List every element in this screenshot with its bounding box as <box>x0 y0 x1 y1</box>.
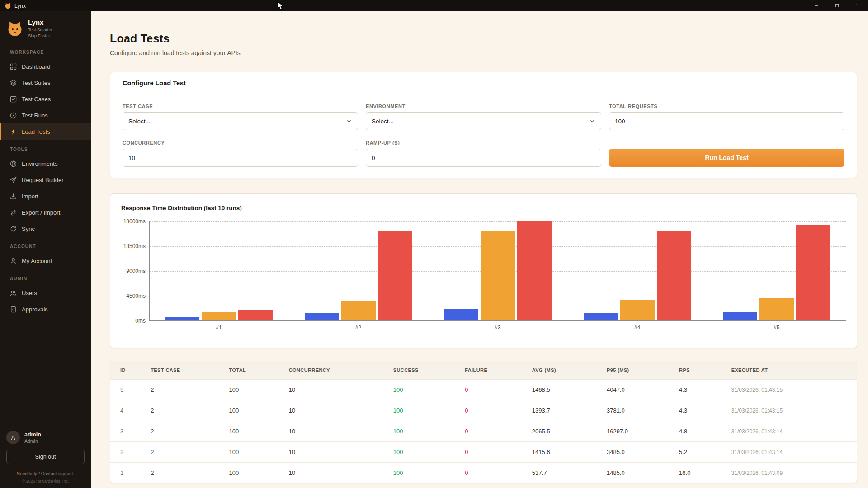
sidebar-item-label: Export / Import <box>22 209 60 216</box>
sidebar-item-label: Sync <box>22 225 35 232</box>
cell-test_case: 2 <box>146 400 224 421</box>
sidebar-item-dashboard[interactable]: Dashboard <box>0 58 91 75</box>
cell-executed: 31/03/2026, 01:43:14 <box>727 442 857 463</box>
avatar: A <box>6 431 20 444</box>
sidebar-item-export-import[interactable]: Export / Import <box>0 204 91 221</box>
globe-icon <box>10 160 17 167</box>
users-icon <box>10 290 17 296</box>
column-header: FAILURE <box>460 361 528 380</box>
cell-rps: 4.3 <box>675 380 727 400</box>
column-header: SUCCESS <box>389 361 460 380</box>
brand-tagline-1: Test Smarter. <box>28 27 53 32</box>
sidebar-item-label: Load Tests <box>22 128 50 135</box>
bar-p95-run-1 <box>202 312 236 320</box>
table-row[interactable]: 221001010001415.63485.05.231/03/2026, 01… <box>110 442 857 463</box>
environment-label: ENVIRONMENT <box>366 103 601 109</box>
bar-avg-run-3 <box>444 309 478 320</box>
close-button[interactable] <box>847 0 868 11</box>
layers-icon <box>10 80 17 86</box>
concurrency-input[interactable] <box>123 149 358 167</box>
cell-executed: 31/03/2026, 01:43:14 <box>727 421 857 442</box>
cell-success: 100 <box>389 421 460 442</box>
column-header: ID <box>110 361 146 380</box>
app-title: Lynx <box>14 3 26 9</box>
x-tick-label: #2 <box>305 324 412 331</box>
rampup-input[interactable] <box>366 149 601 167</box>
cell-executed: 31/03/2026, 01:43:15 <box>727 400 857 421</box>
bolt-icon <box>10 128 17 135</box>
test-case-select[interactable]: Select... <box>123 112 358 130</box>
check-square-icon <box>10 96 17 103</box>
bar-p95-run-3 <box>481 231 515 320</box>
bar-avg-run-4 <box>584 313 618 320</box>
column-header: RPS <box>675 361 727 380</box>
chevron-down-icon <box>346 118 352 124</box>
cell-failure: 0 <box>460 380 528 400</box>
results-table: IDTEST CASETOTALCONCURRENCYSUCCESSFAILUR… <box>110 361 857 483</box>
total-requests-input[interactable] <box>609 112 844 130</box>
table-row[interactable]: 12100101000537.71485.016.031/03/2026, 01… <box>110 463 857 483</box>
main-content: Load Tests Configure and run load tests … <box>91 11 868 488</box>
sidebar-item-test-cases[interactable]: Test Cases <box>0 91 91 107</box>
sidebar-item-users[interactable]: Users <box>0 285 91 301</box>
user-name: admin <box>24 432 41 438</box>
nav-section-label: ADMIN <box>0 269 91 285</box>
table-row[interactable]: 321001010002065.516297.04.831/03/2026, 0… <box>110 421 857 442</box>
bar-p95-run-4 <box>620 300 655 320</box>
sidebar-item-import[interactable]: Import <box>0 188 91 204</box>
cell-concurrency: 10 <box>284 463 389 483</box>
table-row[interactable]: 421001010001393.73781.04.331/03/2026, 01… <box>110 400 857 421</box>
chart-groups: #1#2#3#4#5 <box>150 221 846 320</box>
swap-icon <box>10 209 17 216</box>
cell-p95: 1485.0 <box>602 463 675 483</box>
cell-concurrency: 10 <box>284 380 389 400</box>
column-header: CONCURRENCY <box>284 361 389 380</box>
minimize-button[interactable] <box>806 0 826 11</box>
sign-out-button[interactable]: Sign out <box>6 450 85 464</box>
cell-test_case: 2 <box>146 421 224 442</box>
sidebar-item-sync[interactable]: Sync <box>0 221 91 237</box>
bar-avg-run-5 <box>723 312 757 320</box>
sidebar-item-request-builder[interactable]: Request Builder <box>0 172 91 188</box>
bar-p95-run-2 <box>341 301 376 320</box>
sidebar-item-my-account[interactable]: My Account <box>0 253 91 269</box>
response-time-chart-card: Response Time Distribution (last 10 runs… <box>110 193 857 348</box>
bar-p95-run-5 <box>760 298 794 320</box>
sidebar-item-approvals[interactable]: Approvals <box>0 301 91 317</box>
concurrency-field: CONCURRENCY <box>123 140 358 167</box>
run-load-test-button[interactable]: Run Load Test <box>609 149 844 167</box>
copyright: © 2026 RewardsPlus, Inc. <box>6 479 85 483</box>
column-header: P95 (MS) <box>602 361 675 380</box>
cell-test_case: 2 <box>146 442 224 463</box>
environment-select[interactable]: Select... <box>366 112 601 130</box>
cell-rps: 16.0 <box>675 463 727 483</box>
maximize-button[interactable] <box>826 0 847 11</box>
sidebar-item-label: Approvals <box>22 306 48 313</box>
rampup-label: RAMP-UP (S) <box>366 140 601 145</box>
cell-success: 100 <box>389 463 460 483</box>
sidebar-bottom: A admin Admin Sign out Need help? Contac… <box>0 424 91 488</box>
sidebar-item-load-tests[interactable]: Load Tests <box>0 123 91 140</box>
cell-p95: 4047.0 <box>602 380 675 400</box>
brand: Lynx Test Smarter. Ship Faster. <box>0 11 91 42</box>
cell-id: 5 <box>110 380 146 400</box>
cell-concurrency: 10 <box>284 421 389 442</box>
nav-section-label: ACCOUNT <box>0 237 91 253</box>
cell-avg: 1415.6 <box>528 442 602 463</box>
user-info: A admin Admin <box>6 431 85 444</box>
sidebar-item-environments[interactable]: Environments <box>0 155 91 172</box>
column-header: EXECUTED AT <box>727 361 857 380</box>
cell-p95: 3485.0 <box>602 442 675 463</box>
cell-avg: 2065.5 <box>528 421 602 442</box>
table-row[interactable]: 521001010001468.54047.04.331/03/2026, 01… <box>110 380 857 400</box>
help-link[interactable]: Need help? Contact support. <box>6 471 85 476</box>
cell-id: 2 <box>110 442 146 463</box>
cell-success: 100 <box>389 442 460 463</box>
sidebar-item-label: Import <box>22 193 38 200</box>
sidebar-item-test-suites[interactable]: Test Suites <box>0 75 91 91</box>
bar-avg-run-2 <box>305 313 339 320</box>
config-card-title: Configure Load Test <box>110 72 857 94</box>
user-role: Admin <box>24 438 41 444</box>
cell-p95: 16297.0 <box>602 421 675 442</box>
sidebar-item-test-runs[interactable]: Test Runs <box>0 107 91 123</box>
